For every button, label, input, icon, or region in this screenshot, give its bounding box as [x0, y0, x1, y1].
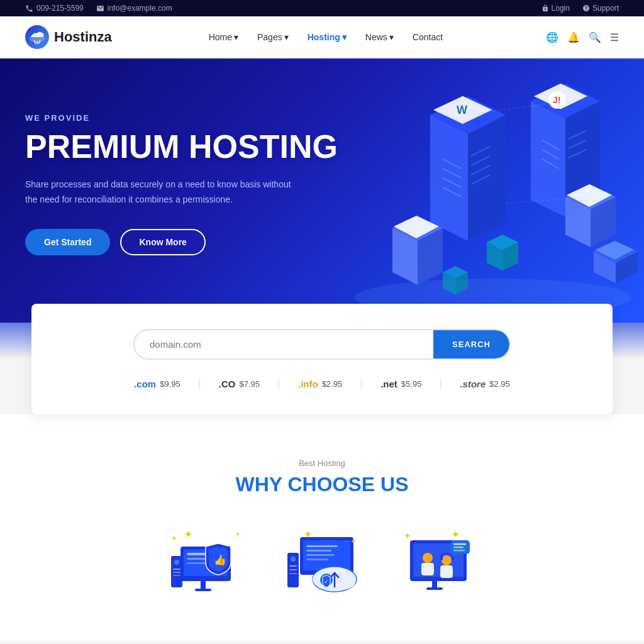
svg-rect-67 — [306, 558, 328, 560]
bell-icon[interactable]: 🔔 — [567, 31, 580, 43]
domain-net: .net $5.95 — [362, 379, 441, 389]
svg-text:W: W — [457, 104, 467, 116]
svg-text:👍: 👍 — [214, 554, 226, 566]
cloud-illustration: ✓ — [284, 528, 372, 603]
hero-title: PREMIUM HOSTING — [25, 129, 338, 165]
hero-subtitle: WE PROVIDE — [25, 113, 338, 123]
feature-cloud: ✦ ✦ — [284, 528, 360, 616]
feature-support: ✦ ✦ — [397, 528, 473, 616]
svg-marker-4 — [430, 115, 468, 241]
svg-point-83 — [441, 555, 452, 565]
svg-rect-92 — [432, 581, 437, 587]
hero-buttons: Get Started Know More — [25, 229, 338, 255]
svg-point-81 — [423, 553, 433, 563]
nav-news[interactable]: News ▾ — [358, 28, 401, 46]
svg-rect-84 — [440, 565, 453, 578]
domain-info: .info $2.95 — [279, 379, 362, 389]
login-link[interactable]: Login — [541, 4, 570, 13]
svg-marker-3 — [468, 115, 506, 241]
domain-search-button[interactable]: SEARCH — [433, 330, 509, 358]
menu-icon[interactable]: ☰ — [610, 31, 619, 43]
svg-rect-85 — [440, 555, 443, 560]
nav-icons: 🌐 🔔 🔍 ☰ — [546, 31, 619, 43]
domain-search-bar: SEARCH — [133, 329, 511, 360]
features-grid: ✦ ✦ ✦ 👍 — [25, 528, 619, 616]
support-icon-wrapper: ✦ ✦ — [397, 528, 473, 603]
svg-rect-89 — [453, 543, 466, 545]
domain-section-wrapper: SEARCH .com $9.95 .CO $7.95 .info $2.95 … — [0, 304, 644, 414]
cloud-icon-wrapper: ✦ ✦ — [284, 528, 360, 603]
top-bar-left: 009-215-5599 info@example.com — [25, 4, 172, 13]
svg-rect-55 — [195, 589, 211, 591]
svg-rect-54 — [201, 581, 206, 589]
phone-info: 009-215-5599 — [25, 4, 84, 13]
svg-rect-78 — [289, 573, 297, 574]
section-tag: Best Hosting — [25, 458, 619, 468]
top-bar: 009-215-5599 info@example.com Login Supp… — [0, 0, 644, 16]
logo-text: Hostinza — [54, 29, 112, 45]
logo[interactable]: Hostinza — [25, 25, 112, 49]
logo-icon — [25, 25, 49, 49]
svg-rect-59 — [173, 569, 180, 570]
hero-svg: W J! — [342, 58, 644, 323]
domain-section: SEARCH .com $9.95 .CO $7.95 .info $2.95 … — [31, 304, 613, 414]
svg-rect-91 — [453, 550, 465, 552]
header: Hostinza Home ▾ Pages ▾ Hosting ▾ News ▾… — [0, 16, 644, 58]
section-title-accent: CHOOSE US — [287, 473, 408, 496]
get-started-button[interactable]: Get Started — [25, 229, 110, 255]
top-bar-right: Login Support — [541, 4, 619, 13]
svg-marker-17 — [531, 101, 565, 217]
domain-com: .com $9.95 — [115, 379, 200, 389]
svg-rect-93 — [426, 587, 443, 590]
nav-home[interactable]: Home ▾ — [201, 28, 246, 46]
feature-security: ✦ ✦ ✦ 👍 — [171, 528, 247, 616]
hero-section: WE PROVIDE PREMIUM HOSTING Share process… — [0, 58, 644, 323]
security-icon-wrapper: ✦ ✦ ✦ 👍 — [171, 528, 247, 603]
svg-point-58 — [174, 560, 179, 565]
domain-store: .store $2.95 — [441, 379, 528, 389]
svg-rect-60 — [173, 572, 180, 573]
nav-contact[interactable]: Contact — [405, 28, 450, 46]
section-title: WHY CHOOSE US — [25, 473, 619, 496]
svg-point-75 — [291, 557, 296, 562]
support-link[interactable]: Support — [582, 4, 619, 13]
email-info: info@example.com — [96, 4, 172, 13]
know-more-button[interactable]: Know More — [120, 229, 205, 255]
hero-content: WE PROVIDE PREMIUM HOSTING Share process… — [25, 113, 338, 256]
domain-co: .CO $7.95 — [200, 379, 279, 389]
svg-rect-76 — [289, 565, 297, 567]
globe-icon[interactable]: 🌐 — [546, 31, 558, 43]
svg-rect-52 — [187, 558, 206, 560]
svg-rect-66 — [306, 554, 335, 556]
hero-description: Share processes and data securely on a n… — [25, 177, 296, 208]
svg-point-70 — [333, 574, 355, 589]
domain-prices: .com $9.95 .CO $7.95 .info $2.95 .net $5… — [69, 379, 575, 389]
svg-rect-65 — [306, 550, 331, 552]
main-nav: Home ▾ Pages ▾ Hosting ▾ News ▾ Contact — [201, 28, 450, 46]
svg-rect-82 — [421, 563, 434, 575]
hero-illustration: W J! — [342, 58, 644, 323]
why-section: Best Hosting WHY CHOOSE US ✦ ✦ ✦ — [0, 414, 644, 641]
svg-rect-61 — [173, 575, 180, 576]
domain-input[interactable] — [135, 330, 433, 358]
svg-text:J!: J! — [553, 95, 560, 105]
nav-hosting[interactable]: Hosting ▾ — [300, 28, 354, 46]
svg-text:✓: ✓ — [324, 579, 329, 585]
svg-rect-64 — [306, 545, 338, 547]
svg-rect-77 — [289, 569, 297, 570]
section-title-plain: WHY — [236, 473, 288, 496]
nav-pages[interactable]: Pages ▾ — [250, 28, 296, 46]
search-icon[interactable]: 🔍 — [589, 31, 601, 43]
svg-rect-90 — [453, 547, 464, 548]
